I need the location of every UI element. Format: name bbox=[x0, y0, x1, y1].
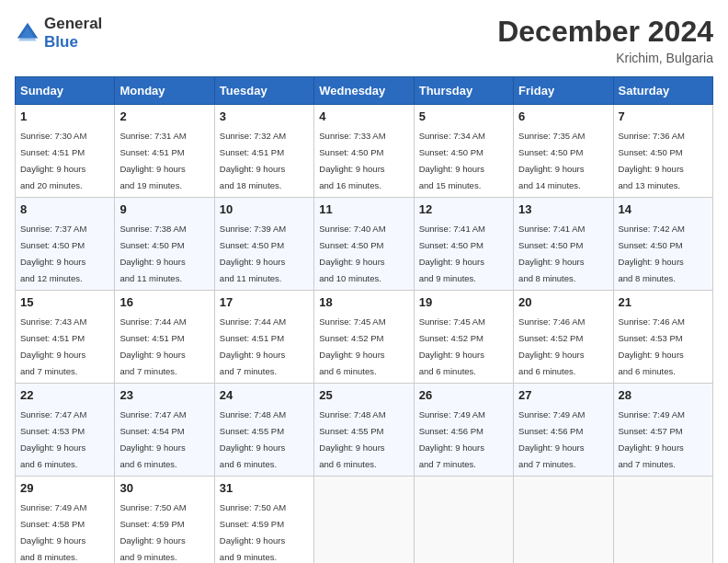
week-row-2: 8 Sunrise: 7:37 AMSunset: 4:50 PMDayligh… bbox=[16, 198, 713, 291]
week-row-4: 22 Sunrise: 7:47 AMSunset: 4:53 PMDaylig… bbox=[16, 384, 713, 477]
day-9: 9 Sunrise: 7:38 AMSunset: 4:50 PMDayligh… bbox=[115, 198, 214, 291]
day-29: 29 Sunrise: 7:49 AMSunset: 4:58 PMDaylig… bbox=[16, 477, 115, 564]
header-monday: Monday bbox=[115, 77, 214, 105]
day-11: 11 Sunrise: 7:40 AMSunset: 4:50 PMDaylig… bbox=[314, 198, 414, 291]
empty-cell-2 bbox=[414, 477, 513, 564]
day-24: 24 Sunrise: 7:48 AMSunset: 4:55 PMDaylig… bbox=[214, 384, 313, 477]
day-8: 8 Sunrise: 7:37 AMSunset: 4:50 PMDayligh… bbox=[16, 198, 115, 291]
day-5: 5 Sunrise: 7:34 AMSunset: 4:50 PMDayligh… bbox=[414, 105, 513, 198]
day-3: 3 Sunrise: 7:32 AMSunset: 4:51 PMDayligh… bbox=[214, 105, 313, 198]
empty-cell-1 bbox=[314, 477, 414, 564]
day-7: 7 Sunrise: 7:36 AMSunset: 4:50 PMDayligh… bbox=[613, 105, 712, 198]
weekday-header-row: Sunday Monday Tuesday Wednesday Thursday… bbox=[16, 77, 713, 105]
day-20: 20 Sunrise: 7:46 AMSunset: 4:52 PMDaylig… bbox=[514, 291, 613, 384]
location: Krichim, Bulgaria bbox=[497, 51, 713, 65]
day-25: 25 Sunrise: 7:48 AMSunset: 4:55 PMDaylig… bbox=[314, 384, 414, 477]
day-22: 22 Sunrise: 7:47 AMSunset: 4:53 PMDaylig… bbox=[16, 384, 115, 477]
title-block: December 2024 Krichim, Bulgaria bbox=[497, 15, 713, 65]
empty-cell-4 bbox=[613, 477, 712, 564]
day-15: 15 Sunrise: 7:43 AMSunset: 4:51 PMDaylig… bbox=[16, 291, 115, 384]
day-17: 17 Sunrise: 7:44 AMSunset: 4:51 PMDaylig… bbox=[214, 291, 313, 384]
day-13: 13 Sunrise: 7:41 AMSunset: 4:50 PMDaylig… bbox=[514, 198, 613, 291]
header-sunday: Sunday bbox=[16, 77, 115, 105]
header-wednesday: Wednesday bbox=[314, 77, 414, 105]
week-row-3: 15 Sunrise: 7:43 AMSunset: 4:51 PMDaylig… bbox=[16, 291, 713, 384]
week-row-1: 1 Sunrise: 7:30 AMSunset: 4:51 PMDayligh… bbox=[16, 105, 713, 198]
day-30: 30 Sunrise: 7:50 AMSunset: 4:59 PMDaylig… bbox=[115, 477, 214, 564]
day-28: 28 Sunrise: 7:49 AMSunset: 4:57 PMDaylig… bbox=[613, 384, 712, 477]
day-26: 26 Sunrise: 7:49 AMSunset: 4:56 PMDaylig… bbox=[414, 384, 513, 477]
header-thursday: Thursday bbox=[414, 77, 513, 105]
day-16: 16 Sunrise: 7:44 AMSunset: 4:51 PMDaylig… bbox=[115, 291, 214, 384]
logo-icon bbox=[15, 20, 40, 46]
empty-cell-3 bbox=[514, 477, 613, 564]
logo: General Blue bbox=[15, 15, 102, 52]
day-23: 23 Sunrise: 7:47 AMSunset: 4:54 PMDaylig… bbox=[115, 384, 214, 477]
logo-blue: Blue bbox=[44, 33, 78, 51]
page-header: General Blue December 2024 Krichim, Bulg… bbox=[15, 15, 713, 65]
month-title: December 2024 bbox=[497, 15, 713, 49]
day-18: 18 Sunrise: 7:45 AMSunset: 4:52 PMDaylig… bbox=[314, 291, 414, 384]
day-31: 31 Sunrise: 7:50 AMSunset: 4:59 PMDaylig… bbox=[214, 477, 313, 564]
day-10: 10 Sunrise: 7:39 AMSunset: 4:50 PMDaylig… bbox=[214, 198, 313, 291]
day-19: 19 Sunrise: 7:45 AMSunset: 4:52 PMDaylig… bbox=[414, 291, 513, 384]
day-1: 1 Sunrise: 7:30 AMSunset: 4:51 PMDayligh… bbox=[16, 105, 115, 198]
header-friday: Friday bbox=[514, 77, 613, 105]
header-saturday: Saturday bbox=[613, 77, 712, 105]
logo-text: General Blue bbox=[44, 15, 102, 52]
day-27: 27 Sunrise: 7:49 AMSunset: 4:56 PMDaylig… bbox=[514, 384, 613, 477]
day-21: 21 Sunrise: 7:46 AMSunset: 4:53 PMDaylig… bbox=[613, 291, 712, 384]
logo-general: General bbox=[44, 15, 102, 32]
day-14: 14 Sunrise: 7:42 AMSunset: 4:50 PMDaylig… bbox=[613, 198, 712, 291]
day-4: 4 Sunrise: 7:33 AMSunset: 4:50 PMDayligh… bbox=[314, 105, 414, 198]
day-12: 12 Sunrise: 7:41 AMSunset: 4:50 PMDaylig… bbox=[414, 198, 513, 291]
day-2: 2 Sunrise: 7:31 AMSunset: 4:51 PMDayligh… bbox=[115, 105, 214, 198]
week-row-5: 29 Sunrise: 7:49 AMSunset: 4:58 PMDaylig… bbox=[16, 477, 713, 564]
calendar-table: Sunday Monday Tuesday Wednesday Thursday… bbox=[15, 76, 713, 563]
header-tuesday: Tuesday bbox=[214, 77, 313, 105]
day-6: 6 Sunrise: 7:35 AMSunset: 4:50 PMDayligh… bbox=[514, 105, 613, 198]
